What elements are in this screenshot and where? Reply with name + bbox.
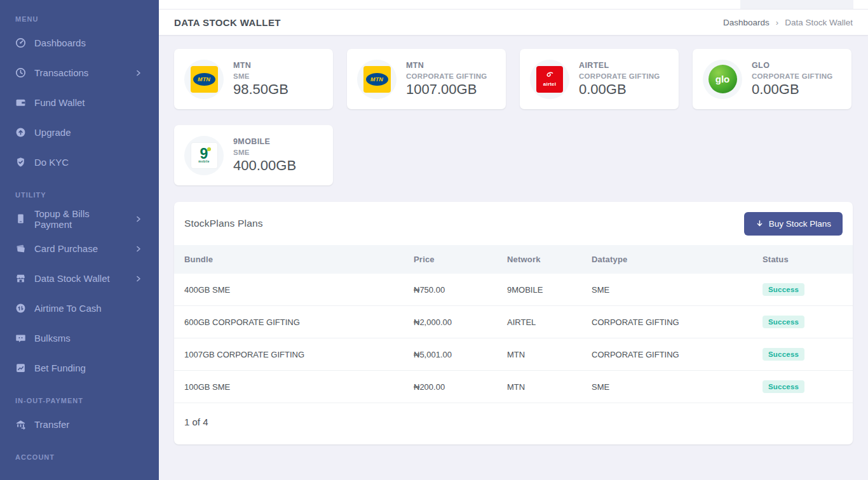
pagination-status: 1 of 4	[174, 403, 853, 444]
buy-stock-plans-label: Buy Stock Plans	[769, 219, 831, 229]
breadcrumb: Dashboards › Data Stock Wallet	[723, 18, 853, 27]
upgrade-icon	[15, 127, 26, 138]
history-icon	[15, 67, 26, 78]
table-row: 400GB SME ₦750.00 9MOBILE SME Success	[174, 274, 853, 306]
stock-plans-header: StockPlans Plans Buy Stock Plans	[174, 202, 853, 245]
stat-value: 400.00GB	[233, 157, 296, 174]
stat-network: GLO	[752, 61, 833, 70]
mtn-logo-text: MTN	[198, 76, 210, 83]
cell-bundle: 100GB SME	[174, 371, 403, 403]
cell-bundle: 400GB SME	[174, 274, 403, 306]
sidebar-item-transactions[interactable]: Transactions	[0, 58, 159, 88]
cell-price: ₦2,000.00	[403, 306, 497, 338]
buy-stock-plans-button[interactable]: Buy Stock Plans	[744, 212, 843, 236]
stat-plan: CORPORATE GIFTING	[406, 72, 487, 80]
column-header-status: Status	[752, 245, 853, 274]
status-badge: Success	[763, 316, 804, 328]
table-row: 100GB SME ₦200.00 MTN SME Success	[174, 371, 853, 403]
stat-value: 98.50GB	[233, 81, 288, 98]
stat-plan: CORPORATE GIFTING	[579, 72, 660, 80]
stat-card-mtn-corporate: MTN MTN CORPORATE GIFTING 1007.00GB	[347, 49, 506, 109]
stat-card-airtel-corporate: airtel AIRTEL CORPORATE GIFTING 0.00GB	[520, 49, 679, 109]
cell-datatype: CORPORATE GIFTING	[581, 306, 752, 338]
cell-bundle: 1007GB CORPORATE GIFTING	[174, 338, 403, 371]
sidebar-item-topup-bills-payment[interactable]: Topup & Bills Payment	[0, 204, 159, 234]
cell-price: ₦5,001.00	[403, 338, 497, 371]
cell-datatype: CORPORATE GIFTING	[581, 338, 752, 371]
wallet-icon	[15, 97, 26, 108]
chart-icon	[15, 363, 26, 373]
status-badge: Success	[763, 380, 804, 393]
chevron-right-icon	[135, 215, 142, 223]
exchange-icon	[15, 303, 26, 314]
stat-plan: SME	[233, 149, 296, 156]
airtel-logo: airtel	[536, 66, 563, 93]
message-icon	[15, 333, 26, 343]
avatar: glo	[703, 60, 742, 99]
9mobile-logo-subtext: mobile	[198, 160, 210, 163]
stock-plans-title: StockPlans Plans	[184, 218, 263, 229]
page-content: MTN MTN SME 98.50GB MTN MTN CORPORAT	[159, 35, 868, 444]
menu-section-label: MENU	[0, 9, 159, 28]
stat-plan: CORPORATE GIFTING	[752, 72, 833, 80]
stat-plan: SME	[233, 72, 288, 80]
page-title: DATA STOCK WALLET	[174, 17, 281, 28]
breadcrumb-current: Data Stock Wallet	[785, 18, 853, 27]
stat-card-9mobile-sme: 9 mobile 9MOBILE SME 400.00GB	[174, 125, 333, 185]
sidebar-item-card-purchase[interactable]: Card Purchase	[0, 234, 159, 263]
sidebar-item-label: Dashboards	[34, 37, 86, 48]
sidebar-item-do-kyc[interactable]: Do KYC	[0, 147, 159, 177]
sidebar-item-airtime-to-cash[interactable]: Airtime To Cash	[0, 293, 159, 323]
menu-section-label: UTILITY	[0, 185, 159, 204]
menu-section-label: ACCOUNT	[0, 447, 159, 466]
breadcrumb-separator-icon: ›	[776, 18, 778, 27]
cell-datatype: SME	[581, 274, 752, 306]
sidebar-item-transfer[interactable]: Transfer	[0, 410, 159, 439]
main-area: DATA STOCK WALLET Dashboards › Data Stoc…	[159, 0, 868, 480]
stat-value: 1007.00GB	[406, 81, 487, 98]
sidebar-item-label: Upgrade	[34, 127, 71, 138]
column-header-bundle: Bundle	[174, 245, 403, 274]
sidebar-item-label: Data Stock Wallet	[34, 273, 110, 284]
avatar: MTN	[184, 60, 224, 99]
cell-network: MTN	[497, 371, 581, 403]
sidebar-item-bulksms[interactable]: Bulksms	[0, 323, 159, 353]
cell-price: ₦750.00	[403, 274, 497, 306]
cards-icon	[15, 243, 26, 254]
stat-value: 0.00GB	[752, 81, 833, 98]
9mobile-leaf-icon	[207, 147, 211, 151]
stat-network: 9MOBILE	[233, 137, 296, 146]
avatar: airtel	[530, 60, 569, 99]
sidebar-item-data-stock-wallet[interactable]: Data Stock Wallet	[0, 263, 159, 293]
column-header-network: Network	[497, 245, 581, 274]
sidebar-item-fund-wallet[interactable]: Fund Wallet	[0, 88, 159, 117]
download-arrow-icon	[756, 220, 764, 228]
stat-network: MTN	[406, 61, 487, 70]
stat-network: AIRTEL	[579, 61, 660, 70]
stat-value: 0.00GB	[579, 81, 660, 98]
sidebar: MENU Dashboards Transactions Fund Wallet	[0, 0, 159, 480]
mtn-logo-text: MTN	[370, 76, 383, 83]
shield-check-icon	[15, 157, 26, 168]
sidebar-item-label: Airtime To Cash	[34, 303, 102, 314]
9mobile-logo: 9 mobile	[191, 142, 218, 169]
cell-datatype: SME	[581, 371, 752, 403]
menu-section-label: IN-OUT-PAYMENT	[0, 390, 159, 410]
sidebar-item-label: Bet Funding	[34, 363, 86, 373]
stat-card-glo-corporate: glo GLO CORPORATE GIFTING 0.00GB	[693, 49, 851, 109]
stat-cards-grid: MTN MTN SME 98.50GB MTN MTN CORPORAT	[174, 49, 853, 185]
dashboard-icon	[15, 37, 26, 48]
store-icon	[15, 273, 26, 284]
stat-card-mtn-sme: MTN MTN SME 98.50GB	[174, 49, 333, 109]
stock-plans-table: Bundle Price Network Datatype Status 400…	[174, 245, 853, 403]
sidebar-item-dashboards[interactable]: Dashboards	[0, 28, 159, 58]
status-badge: Success	[763, 348, 804, 361]
stat-network: MTN	[233, 61, 288, 70]
sidebar-item-bet-funding[interactable]: Bet Funding	[0, 353, 159, 383]
chevron-right-icon	[135, 275, 142, 283]
sidebar-item-upgrade[interactable]: Upgrade	[0, 117, 159, 147]
breadcrumb-parent-link[interactable]: Dashboards	[723, 18, 770, 27]
avatar: 9 mobile	[184, 136, 224, 175]
topup-icon	[15, 213, 26, 224]
table-row: 1007GB CORPORATE GIFTING ₦5,001.00 MTN C…	[174, 338, 853, 371]
